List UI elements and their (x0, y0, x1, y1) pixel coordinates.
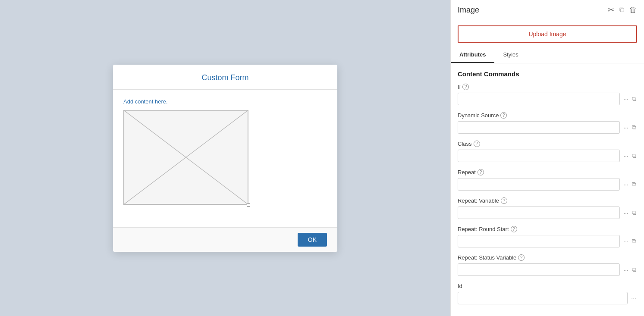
field-external-repeat[interactable]: ⧉ (631, 180, 637, 189)
panel-title: Image (458, 6, 479, 15)
field-actions-class: ··· ⧉ (622, 151, 637, 160)
field-label-dynamic-source: Dynamic Source ? (458, 112, 637, 119)
modal-footer: OK (113, 228, 337, 252)
scissors-icon[interactable]: ✂ (608, 5, 614, 15)
field-help-repeat-round-start[interactable]: ? (511, 226, 517, 232)
field-row-id: ··· (458, 292, 637, 304)
field-label-repeat-round-start-text: Repeat: Round Start (458, 226, 509, 232)
field-label-repeat-status-variable: Repeat: Status Variable ? (458, 254, 637, 261)
field-input-repeat[interactable] (458, 178, 620, 191)
add-content-text: Add content here. (123, 98, 327, 105)
field-input-dynamic-source[interactable] (458, 121, 620, 134)
field-help-dynamic-source[interactable]: ? (500, 112, 507, 119)
field-row-class: ··· ⧉ (458, 150, 637, 162)
field-label-repeat-status-variable-text: Repeat: Status Variable (458, 254, 516, 261)
field-actions-repeat-status-variable: ··· ⧉ (622, 265, 637, 274)
field-row-repeat-variable: ··· ⧉ (458, 206, 637, 219)
field-actions-repeat: ··· ⧉ (622, 180, 637, 189)
field-input-id[interactable] (458, 292, 628, 304)
field-label-class-text: Class (458, 141, 472, 147)
field-group-if: If ? ··· ⧉ (458, 84, 637, 105)
field-actions-repeat-variable: ··· ⧉ (622, 208, 637, 217)
field-actions-if: ··· ⧉ (622, 94, 637, 103)
copy-icon[interactable]: ⧉ (619, 6, 624, 14)
modal-body: Add content here. (113, 90, 337, 228)
field-actions-id: ··· (630, 294, 637, 303)
panel-header-icons: ✂ ⧉ 🗑 (608, 5, 637, 15)
section-title: Content Commands (458, 70, 637, 78)
field-external-class[interactable]: ⧉ (631, 151, 637, 160)
field-dots-class[interactable]: ··· (622, 152, 629, 160)
field-group-repeat-round-start: Repeat: Round Start ? ··· ⧉ (458, 226, 637, 247)
modal-dialog: Custom Form Add content here. OK (113, 65, 337, 252)
field-label-repeat: Repeat ? (458, 169, 637, 175)
right-panel: Image ✂ ⧉ 🗑 Upload Image Attributes Styl… (450, 0, 644, 316)
field-label-class: Class ? (458, 141, 637, 147)
field-external-if[interactable]: ⧉ (631, 94, 637, 103)
field-row-if: ··· ⧉ (458, 93, 637, 105)
field-input-class[interactable] (458, 150, 620, 162)
field-input-repeat-status-variable[interactable] (458, 263, 620, 276)
field-help-class[interactable]: ? (474, 141, 480, 147)
field-help-repeat-status-variable[interactable]: ? (518, 254, 525, 261)
field-dots-repeat[interactable]: ··· (622, 180, 629, 189)
panel-content: Content Commands If ? ··· ⧉ Dynamic Sour… (451, 63, 644, 316)
field-group-repeat: Repeat ? ··· ⧉ (458, 169, 637, 191)
ok-button[interactable]: OK (298, 233, 327, 247)
field-actions-repeat-round-start: ··· ⧉ (622, 237, 637, 246)
field-label-id: Id (458, 283, 637, 289)
field-external-repeat-variable[interactable]: ⧉ (631, 208, 637, 217)
field-external-repeat-round-start[interactable]: ⧉ (631, 237, 637, 246)
field-label-repeat-variable-text: Repeat: Variable (458, 197, 499, 204)
tab-attributes[interactable]: Attributes (451, 47, 494, 63)
field-row-dynamic-source: ··· ⧉ (458, 121, 637, 134)
field-label-dynamic-source-text: Dynamic Source (458, 112, 499, 119)
field-group-repeat-status-variable: Repeat: Status Variable ? ··· ⧉ (458, 254, 637, 276)
trash-icon[interactable]: 🗑 (629, 6, 637, 15)
image-placeholder (123, 110, 248, 205)
panel-header: Image ✂ ⧉ 🗑 (451, 0, 644, 20)
upload-image-button[interactable]: Upload Image (458, 25, 637, 43)
field-group-dynamic-source: Dynamic Source ? ··· ⧉ (458, 112, 637, 134)
tabs-bar: Attributes Styles (451, 47, 644, 63)
field-row-repeat-round-start: ··· ⧉ (458, 235, 637, 247)
field-actions-dynamic-source: ··· ⧉ (622, 123, 637, 132)
field-label-repeat-round-start: Repeat: Round Start ? (458, 226, 637, 232)
field-group-class: Class ? ··· ⧉ (458, 141, 637, 162)
field-help-if[interactable]: ? (462, 84, 469, 90)
field-dots-repeat-status-variable[interactable]: ··· (622, 266, 629, 274)
field-group-repeat-variable: Repeat: Variable ? ··· ⧉ (458, 197, 637, 219)
field-dots-repeat-variable[interactable]: ··· (622, 209, 629, 217)
tab-styles[interactable]: Styles (494, 47, 527, 63)
field-dots-id[interactable]: ··· (630, 294, 637, 303)
field-label-id-text: Id (458, 283, 462, 289)
field-label-if-text: If (458, 84, 461, 90)
field-label-repeat-text: Repeat (458, 169, 476, 175)
field-help-repeat-variable[interactable]: ? (501, 197, 507, 204)
field-label-if: If ? (458, 84, 637, 90)
resize-handle[interactable] (247, 203, 250, 206)
field-label-repeat-variable: Repeat: Variable ? (458, 197, 637, 204)
field-dots-if[interactable]: ··· (622, 95, 629, 103)
modal-title: Custom Form (201, 73, 248, 82)
field-row-repeat-status-variable: ··· ⧉ (458, 263, 637, 276)
field-external-dynamic-source[interactable]: ⧉ (631, 123, 637, 132)
field-row-repeat: ··· ⧉ (458, 178, 637, 191)
field-dots-dynamic-source[interactable]: ··· (622, 123, 629, 132)
field-input-repeat-round-start[interactable] (458, 235, 620, 247)
canvas-area: Custom Form Add content here. OK (0, 0, 450, 316)
modal-header: Custom Form (113, 65, 337, 90)
field-input-repeat-variable[interactable] (458, 206, 620, 219)
image-placeholder-svg (124, 110, 248, 204)
field-help-repeat[interactable]: ? (478, 169, 484, 175)
field-input-if[interactable] (458, 93, 620, 105)
field-group-id: Id ··· (458, 283, 637, 304)
field-dots-repeat-round-start[interactable]: ··· (622, 237, 629, 246)
field-external-repeat-status-variable[interactable]: ⧉ (631, 265, 637, 274)
